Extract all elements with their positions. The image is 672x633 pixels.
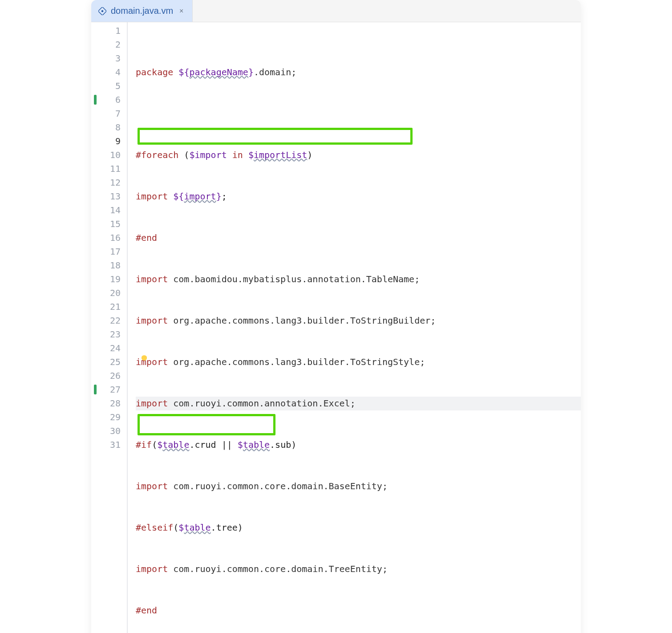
line-number[interactable]: 23: [91, 328, 121, 341]
code-line[interactable]: import com.ruoyi.common.core.domain.Tree…: [136, 562, 581, 576]
line-number[interactable]: 31: [91, 438, 121, 452]
file-tab[interactable]: domain.java.vm ×: [91, 0, 193, 22]
line-number[interactable]: 24: [91, 341, 121, 355]
line-number[interactable]: 5: [91, 79, 121, 93]
line-number[interactable]: 7: [91, 107, 121, 121]
line-number[interactable]: 13: [91, 190, 121, 203]
line-number[interactable]: 19: [91, 272, 121, 286]
line-number[interactable]: 9: [91, 134, 121, 148]
line-number[interactable]: 28: [91, 397, 121, 410]
code-line[interactable]: #if($table.crud || $table.sub): [136, 438, 581, 452]
code-pane[interactable]: package ${packageName}.domain; #foreach …: [128, 22, 581, 633]
line-number[interactable]: 21: [91, 300, 121, 314]
line-number[interactable]: 6: [91, 93, 121, 107]
tab-bar: domain.java.vm ×: [91, 0, 581, 22]
code-line[interactable]: #end: [136, 231, 581, 245]
line-number[interactable]: 4: [91, 65, 121, 79]
code-line[interactable]: [136, 107, 581, 121]
line-number[interactable]: 2: [91, 38, 121, 52]
code-line[interactable]: #end: [136, 604, 581, 617]
code-line[interactable]: import com.baomidou.mybatisplus.annotati…: [136, 272, 581, 286]
line-number[interactable]: 22: [91, 314, 121, 328]
line-number[interactable]: 25: [91, 355, 121, 369]
gutter: 1234567891011121314151617181920212223242…: [91, 22, 127, 633]
line-number[interactable]: 11: [91, 162, 121, 176]
line-number[interactable]: 1: [91, 24, 121, 38]
line-number[interactable]: 27: [91, 383, 121, 397]
line-number[interactable]: 16: [91, 231, 121, 245]
editor-window: domain.java.vm × 12345678910111213141516…: [91, 0, 581, 633]
line-number[interactable]: 8: [91, 121, 121, 134]
line-number[interactable]: 20: [91, 286, 121, 300]
line-number[interactable]: 29: [91, 410, 121, 424]
line-number[interactable]: 15: [91, 217, 121, 231]
code-line[interactable]: import org.apache.commons.lang3.builder.…: [136, 355, 581, 369]
code-line[interactable]: import com.ruoyi.common.core.domain.Base…: [136, 479, 581, 493]
code-line[interactable]: import ${import};: [136, 190, 581, 203]
code-line[interactable]: import org.apache.commons.lang3.builder.…: [136, 314, 581, 328]
line-number[interactable]: 12: [91, 176, 121, 190]
line-number[interactable]: 26: [91, 369, 121, 383]
vcs-change-marker: [94, 95, 97, 105]
code-line[interactable]: #foreach ($import in $importList): [136, 148, 581, 162]
line-number[interactable]: 10: [91, 148, 121, 162]
line-number[interactable]: 14: [91, 203, 121, 217]
line-number[interactable]: 17: [91, 245, 121, 259]
code-line[interactable]: #elseif($table.tree): [136, 521, 581, 535]
vcs-change-marker: [94, 385, 97, 394]
line-number[interactable]: 30: [91, 424, 121, 438]
line-number[interactable]: 18: [91, 259, 121, 272]
svg-point-1: [102, 10, 103, 12]
lightbulb-icon[interactable]: [141, 355, 147, 361]
editor-area[interactable]: 1234567891011121314151617181920212223242…: [91, 22, 581, 633]
code-line-current[interactable]: import com.ruoyi.common.annotation.Excel…: [136, 397, 581, 410]
code-line[interactable]: package ${packageName}.domain;: [136, 65, 581, 79]
close-icon[interactable]: ×: [178, 7, 185, 15]
tab-filename: domain.java.vm: [111, 6, 173, 16]
line-number[interactable]: 3: [91, 52, 121, 65]
velocity-file-icon: [98, 7, 106, 15]
